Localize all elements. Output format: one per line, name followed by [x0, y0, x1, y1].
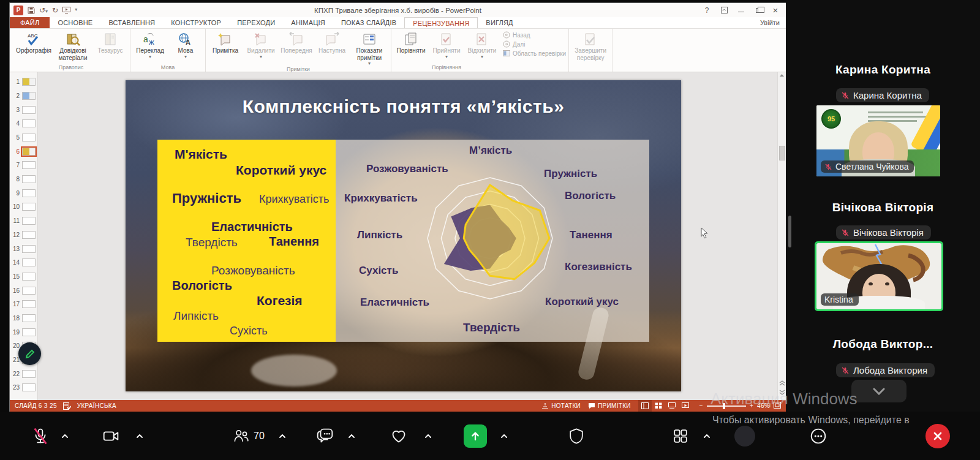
reactions-button[interactable] [388, 426, 409, 447]
normal-view-button[interactable] [638, 400, 652, 412]
zoom-control: − + 46% [699, 402, 781, 410]
zoom-slider-thumb[interactable] [723, 403, 725, 409]
close-window-button[interactable]: × [767, 4, 783, 16]
redo-icon[interactable]: ↻ [52, 7, 58, 14]
slide-thumbnail-6[interactable]: 6 [10, 145, 37, 157]
slide-scrollbar[interactable] [777, 72, 786, 400]
new-comment-button[interactable]: Примітка [208, 30, 243, 55]
annotate-button[interactable] [18, 342, 41, 365]
cloud-word: Танення [269, 235, 319, 249]
scrollbar-thumb[interactable] [779, 146, 785, 160]
more-button[interactable] [808, 426, 829, 447]
compare-button[interactable]: Порівняти [394, 30, 428, 55]
share-options-chevron[interactable] [500, 432, 508, 440]
translate-button[interactable]: аж Переклад▾ [133, 30, 167, 59]
reactions-options-chevron[interactable] [424, 432, 432, 440]
next-slide-icon[interactable] [779, 390, 785, 395]
tab-home[interactable]: ОСНОВНЕ [50, 17, 100, 28]
participants-button[interactable]: 70 [232, 426, 265, 446]
spellcheck-status-icon[interactable] [63, 402, 71, 410]
apps-options-chevron[interactable] [703, 432, 711, 440]
slide-thumbnail-11[interactable]: 11 [10, 215, 37, 227]
scroll-up-icon[interactable] [779, 74, 785, 77]
audio-options-chevron[interactable] [61, 432, 69, 440]
restore-button[interactable] [750, 4, 766, 16]
slide[interactable]: Комплексність поняття «м’якість» М'якіст… [126, 80, 681, 391]
comments-toggle[interactable]: ПРИМІТКИ [588, 402, 631, 409]
save-icon[interactable] [28, 7, 35, 14]
slide-thumbnail-4[interactable]: 4 [10, 118, 37, 130]
slide-thumbnail-17[interactable]: 17 [10, 298, 37, 311]
slide-thumbnail-15[interactable]: 15 [10, 271, 37, 283]
slide-thumbnail-23[interactable]: 23 [10, 382, 37, 394]
mic-muted-icon [841, 91, 850, 100]
tab-file[interactable]: ФАЙЛ [10, 17, 50, 28]
slide-thumbnail-2[interactable]: 2 [10, 90, 37, 102]
slide-thumbnail-9[interactable]: 9 [10, 187, 37, 200]
slide-thumbnail-18[interactable]: 18 [10, 312, 37, 325]
collapse-panel-button[interactable] [851, 380, 907, 402]
zoom-in-button[interactable]: + [750, 402, 753, 409]
start-slideshow-icon[interactable] [62, 7, 70, 13]
slide-thumbnail-12[interactable]: 12 [10, 229, 37, 241]
slide-thumbnail-13[interactable]: 13 [10, 243, 37, 255]
circle-button[interactable] [734, 426, 755, 447]
slide-thumbnail-19[interactable]: 19 [10, 326, 37, 338]
participant-header: Карина Коритна [786, 63, 980, 77]
reading-view-button[interactable] [665, 400, 679, 412]
tab-transitions[interactable]: ПЕРЕХОДИ [229, 17, 283, 28]
tab-design[interactable]: КОНСТРУКТОР [163, 17, 229, 28]
slide-sorter-view-button[interactable] [652, 400, 665, 412]
sidebar-scrollbar-thumb[interactable] [788, 216, 791, 247]
slide-thumbnail-22[interactable]: 22 [10, 368, 37, 380]
zoom-slider[interactable] [707, 405, 746, 407]
slide-thumbnail-5[interactable]: 5 [10, 132, 37, 144]
video-options-chevron[interactable] [135, 432, 144, 440]
video-button[interactable] [100, 426, 121, 447]
slide-thumbnail-7[interactable]: 7 [10, 159, 37, 172]
participant-video[interactable]: 95 Светлана Чуйкова [816, 105, 940, 176]
zoom-percentage[interactable]: 46% [757, 402, 770, 409]
notes-toggle[interactable]: НОТАТКИ [541, 402, 581, 409]
slide-thumbnail-8[interactable]: 8 [10, 173, 37, 186]
participant-video-active-speaker[interactable]: Kristina [816, 243, 941, 309]
spelling-button[interactable]: ABC Орфографія [15, 30, 53, 55]
undo-icon[interactable]: ↺▾ [39, 7, 48, 14]
show-comments-button[interactable]: Показати примітки▾ [350, 30, 388, 66]
chat-options-chevron[interactable] [347, 432, 356, 440]
language-indicator[interactable]: УКРАЇНСЬКА [77, 402, 116, 409]
tab-insert[interactable]: ВСТАВЛЕННЯ [100, 17, 163, 28]
previous-slide-icon[interactable] [779, 380, 785, 386]
tab-view[interactable]: ВИГЛЯД [478, 17, 521, 28]
minimize-button[interactable] [733, 4, 749, 16]
security-button[interactable] [567, 426, 586, 446]
slideshow-view-button[interactable] [679, 400, 692, 412]
slide-thumbnail-1[interactable]: 1 [10, 76, 37, 88]
chat-button[interactable] [315, 426, 336, 447]
radar-axis-label: Сухість [359, 265, 398, 277]
language-button[interactable]: A Мова▾ [168, 30, 203, 59]
fit-to-window-button[interactable] [774, 402, 781, 410]
help-button[interactable]: ? [699, 4, 715, 16]
slide-thumbnail-10[interactable]: 10 [10, 201, 37, 213]
tab-slideshow[interactable]: ПОКАЗ СЛАЙДІВ [333, 17, 404, 28]
cloud-word: Еластичність [211, 220, 293, 234]
ribbon-display-button[interactable] [716, 4, 732, 16]
leave-meeting-button[interactable] [925, 424, 950, 448]
slide-number-indicator[interactable]: СЛАЙД 6 З 25 [15, 402, 57, 409]
zoom-out-button[interactable]: − [699, 402, 703, 409]
title-bar: P ↺▾ ↻ ▾ КПХП Тривале зберігання х.б. ви… [10, 3, 786, 17]
tab-animations[interactable]: АНІМАЦІЯ [283, 17, 333, 28]
tab-review[interactable]: РЕЦЕНЗУВАННЯ [404, 17, 478, 28]
participants-options-chevron[interactable] [278, 432, 287, 440]
slide-thumbnail-3[interactable]: 3 [10, 104, 37, 116]
qat-customize-icon[interactable]: ▾ [75, 8, 77, 12]
slide-thumbnail-16[interactable]: 16 [10, 284, 37, 296]
mute-button[interactable] [30, 426, 51, 447]
apps-button[interactable] [671, 426, 690, 446]
research-button[interactable]: Довідкові матеріали [54, 30, 92, 61]
slide-thumbnail-14[interactable]: 14 [10, 257, 37, 269]
share-screen-button[interactable] [464, 424, 487, 448]
leave-icon [933, 431, 943, 441]
sign-in-link[interactable]: Увійти [760, 19, 780, 26]
